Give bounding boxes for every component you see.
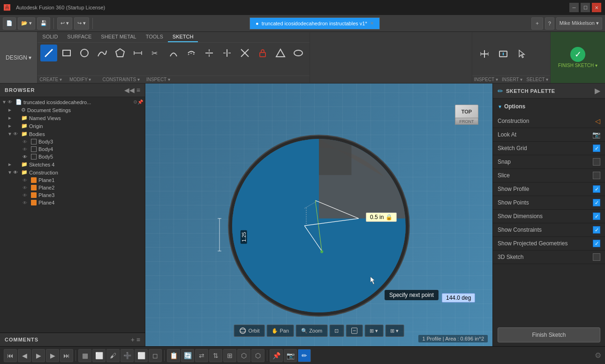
palette-row-slice[interactable]: Slice (493, 169, 605, 182)
bodies-eye[interactable]: 👁 (13, 131, 20, 136)
circle-tool[interactable] (76, 45, 93, 61)
constraint-v-tool[interactable] (219, 45, 235, 61)
polygon-tool[interactable] (112, 45, 129, 61)
snap-checkbox[interactable] (593, 158, 600, 166)
insert-icon[interactable] (495, 46, 512, 62)
bt-prev[interactable]: ◀ (18, 349, 31, 362)
close-button[interactable]: ✕ (592, 3, 601, 12)
modify-label[interactable]: MODIFY ▾ (69, 77, 102, 82)
options-header[interactable]: ▼ Options (498, 101, 600, 112)
bt-prev-start[interactable]: ⏮ (4, 349, 17, 362)
palette-row-construction[interactable]: Construction ◁ (493, 114, 605, 128)
user-button[interactable]: Mike Mikkelson ▾ (556, 17, 602, 30)
bt-capture[interactable]: 📷 (284, 349, 297, 362)
viewport[interactable]: 0.5 in 🔒 1.25 Specify next point 144.0 d… (145, 83, 492, 346)
constraint-h-tool[interactable] (201, 45, 218, 61)
bt-align[interactable]: ⇅ (209, 349, 222, 362)
bt-next[interactable]: ▶ (46, 349, 59, 362)
tree-item-namedviews[interactable]: ► 📁 Named Views (0, 114, 145, 122)
bt-ungroup[interactable]: ⬡ (251, 349, 265, 362)
palette-row-showprojected[interactable]: Show Projected Geometries (493, 237, 605, 250)
sidebar-collapse-button[interactable]: ◀◀ (124, 86, 135, 94)
select-icon[interactable] (514, 46, 530, 62)
offset-tool[interactable] (183, 45, 200, 61)
spline-tool[interactable] (94, 45, 111, 61)
tree-item-plane2[interactable]: 👁 Plane2 (0, 184, 145, 191)
lock-tool[interactable] (254, 45, 271, 61)
showconstraints-checkbox[interactable] (593, 226, 600, 234)
3dsketch-checkbox[interactable] (593, 253, 600, 261)
undo-button[interactable]: ↩ ▾ (57, 17, 72, 30)
tree-item-origin[interactable]: ► 📁 Origin (0, 122, 145, 130)
settings-gear-icon[interactable]: ⚙ (595, 351, 601, 360)
palette-row-showprofile[interactable]: Show Profile (493, 182, 605, 196)
active-tab[interactable]: ● truncated icosidodecahedron instructab… (250, 17, 380, 30)
tab-sketch[interactable]: SKETCH (168, 32, 198, 42)
constraints-label[interactable]: CONSTRAINTS ▾ (102, 77, 146, 82)
bt-pin[interactable]: 📌 (270, 349, 283, 362)
design-button[interactable]: DESIGN ▾ (0, 32, 38, 83)
slice-checkbox[interactable] (593, 172, 600, 179)
construction-eye[interactable]: 👁 (13, 170, 20, 175)
finish-sketch-button[interactable]: ✓ FINISH SKETCH ▾ (550, 32, 605, 83)
tab-sheetmetal[interactable]: SHEET METAL (96, 32, 141, 42)
tab-close-button[interactable]: ✕ (370, 21, 374, 26)
bt-copy[interactable]: ⬜ (135, 349, 148, 362)
palette-row-3dsketch[interactable]: 3D Sketch (493, 250, 605, 264)
tree-item-root[interactable]: ▼ 👁 📄 truncated icosidodecahedro... ⚙ 📌 (0, 98, 145, 106)
redo-button[interactable]: ↪ ▾ (74, 17, 89, 30)
showdimensions-checkbox[interactable] (593, 212, 600, 220)
orbit-button[interactable]: Orbit (234, 325, 265, 337)
cube-front-face[interactable]: FRONT (455, 118, 478, 125)
tree-item-construction[interactable]: ▼ 👁 📁 Construction (0, 168, 145, 176)
display-settings-button[interactable] (346, 325, 363, 337)
bt-paint-sel[interactable]: 🖌 (106, 349, 120, 362)
root-eye[interactable]: 👁 (8, 99, 14, 105)
minimize-button[interactable]: ─ (569, 3, 579, 12)
palette-row-showdimensions[interactable]: Show Dimensions (493, 210, 605, 223)
showprojected-checkbox[interactable] (593, 240, 600, 247)
bt-arrange[interactable]: 📋 (167, 349, 180, 362)
inspect-label[interactable]: INSPECT ▾ (146, 77, 179, 82)
open-button[interactable]: 📂 ▾ (18, 17, 35, 30)
showpoints-checkbox[interactable] (593, 199, 600, 206)
dimension-tooltip[interactable]: 0.5 in 🔒 (366, 212, 397, 222)
arc-tool[interactable] (165, 45, 182, 61)
sidebar-menu-button[interactable]: ≡ (136, 86, 140, 94)
palette-row-showpoints[interactable]: Show Points (493, 196, 605, 210)
select-label[interactable]: SELECT ▾ (527, 77, 549, 82)
triangle-tool[interactable] (272, 45, 289, 61)
view-cube[interactable]: TOP FRONT (450, 95, 483, 128)
create-label[interactable]: CREATE ▾ (39, 77, 69, 82)
line-tool[interactable] (40, 45, 57, 61)
root-settings[interactable]: ⚙ (133, 99, 137, 105)
inspect-label2[interactable]: INSPECT ▾ (474, 77, 498, 82)
comments-expand[interactable]: + (131, 336, 135, 343)
maximize-button[interactable]: ☐ (581, 3, 590, 12)
tree-item-plane3[interactable]: 👁 Plane3 (0, 191, 145, 199)
comments-menu[interactable]: ≡ (136, 336, 140, 343)
tab-solid[interactable]: SOLID (38, 32, 62, 42)
root-pin[interactable]: 📌 (137, 99, 143, 105)
palette-expand[interactable]: ▶ (595, 86, 600, 95)
tree-item-bodies[interactable]: ▼ 👁 📁 Bodies (0, 130, 145, 138)
tree-item-sketches[interactable]: ► 📁 Sketches 4 (0, 160, 145, 168)
tree-item-plane1[interactable]: 👁 Plane1 (0, 176, 145, 184)
tab-surface[interactable]: SURFACE (62, 32, 96, 42)
zoom-fit-button[interactable]: ⊡ (329, 325, 344, 337)
palette-row-showconstraints[interactable]: Show Constraints (493, 223, 605, 237)
palette-row-sketchgrid[interactable]: Sketch Grid (493, 142, 605, 155)
bt-play[interactable]: ▶ (32, 349, 45, 362)
inspect-icon[interactable] (476, 46, 493, 62)
grid-button[interactable]: ⊞ ▾ (364, 325, 383, 337)
showprofile-checkbox[interactable] (593, 185, 600, 193)
dim-tool[interactable] (129, 45, 146, 61)
rect-tool[interactable] (58, 45, 75, 61)
bt-mirror[interactable]: ◻ (149, 349, 162, 362)
sketchgrid-checkbox[interactable] (593, 144, 600, 152)
bt-next-end[interactable]: ⏭ (60, 349, 73, 362)
new-button[interactable]: 📄 (3, 17, 16, 30)
bt-flip[interactable]: ⇄ (195, 349, 208, 362)
add-tab-button[interactable]: ＋ (531, 17, 543, 30)
bt-window-sel[interactable]: ⬜ (92, 349, 106, 362)
